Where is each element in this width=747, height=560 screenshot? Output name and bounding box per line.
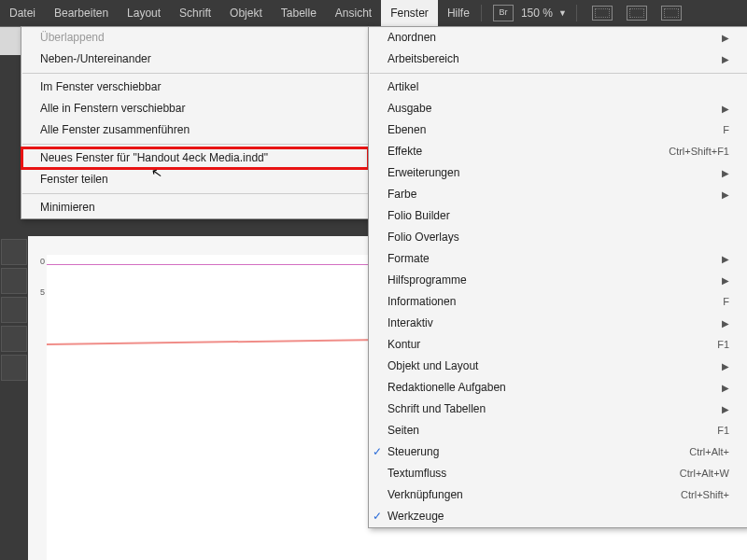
mi-artikel[interactable]: Artikel — [369, 77, 747, 98]
tool-selection[interactable] — [1, 239, 27, 265]
window-menu: Anordnen▶ Arbeitsbereich▶ Artikel Ausgab… — [368, 26, 747, 528]
menu-fenster[interactable]: Fenster — [381, 0, 438, 26]
tool-panel — [0, 236, 28, 560]
mi-erweiterungen[interactable]: Erweiterungen▶ — [369, 162, 747, 184]
menu-tabelle[interactable]: Tabelle — [272, 0, 326, 26]
mi-folio-overlays[interactable]: Folio Overlays — [369, 227, 747, 248]
mi-redaktionell[interactable]: Redaktionelle Aufgaben▶ — [369, 377, 747, 399]
view-mode-icons — [592, 6, 682, 21]
mi-float-window[interactable]: Im Fenster verschiebbar — [21, 77, 369, 98]
mi-ebenen[interactable]: EbenenF — [369, 119, 747, 141]
mi-split-window[interactable]: Fenster teilen — [21, 169, 369, 190]
screen-mode-icon[interactable] — [592, 6, 613, 21]
mi-float-all[interactable]: Alle in Fenstern verschiebbar — [21, 98, 369, 119]
chevron-right-icon: ▶ — [722, 162, 729, 184]
chevron-down-icon: ▼ — [558, 8, 567, 18]
mi-objekt-layout[interactable]: Objekt und Layout▶ — [369, 356, 747, 377]
mi-kontur[interactable]: KonturF1 — [369, 334, 747, 356]
mi-effekte[interactable]: EffekteCtrl+Shift+F1 — [369, 141, 747, 162]
mi-schrift-tabellen[interactable]: Schrift und Tabellen▶ — [369, 399, 747, 420]
menu-schrift[interactable]: Schrift — [170, 0, 220, 26]
chevron-right-icon: ▶ — [722, 184, 729, 205]
mi-overlap[interactable]: Überlappend — [21, 27, 369, 49]
menu-ansicht[interactable]: Ansicht — [326, 0, 381, 26]
menubar: Datei Bearbeiten Layout Schrift Objekt T… — [0, 0, 747, 26]
ruler-vertical: 0 5 — [28, 236, 48, 560]
ruler-tick: 0 — [28, 257, 47, 266]
mi-hilfsprogramme[interactable]: Hilfsprogramme▶ — [369, 270, 747, 291]
bridge-icon[interactable]: Br — [493, 5, 514, 21]
tool-direct-select[interactable] — [1, 268, 27, 294]
mi-informationen[interactable]: InformationenF — [369, 291, 747, 313]
zoom-value: 150 % — [521, 7, 553, 20]
window-submenu: Überlappend Neben-/Untereinander Im Fens… — [21, 26, 370, 219]
chevron-right-icon: ▶ — [722, 49, 729, 70]
menu-hilfe[interactable]: Hilfe — [438, 0, 479, 26]
cursor-icon: ↖ — [150, 164, 164, 181]
mi-minimize[interactable]: Minimieren — [21, 197, 369, 218]
menu-objekt[interactable]: Objekt — [220, 0, 272, 26]
mi-seiten[interactable]: SeitenF1 — [369, 420, 747, 441]
mi-ausgabe[interactable]: Ausgabe▶ — [369, 98, 747, 119]
menu-layout[interactable]: Layout — [118, 0, 170, 26]
arrange-docs-icon[interactable] — [627, 6, 647, 21]
tool-page[interactable] — [1, 297, 27, 323]
chevron-right-icon: ▶ — [722, 377, 729, 399]
zoom-dropdown[interactable]: 150 % ▼ — [521, 7, 567, 20]
mi-steuerung[interactable]: ✓SteuerungCtrl+Alt+ — [369, 441, 747, 463]
mi-verknuepfungen[interactable]: VerknüpfungenCtrl+Shift+ — [369, 484, 747, 506]
mi-interaktiv[interactable]: Interaktiv▶ — [369, 313, 747, 334]
mi-anordnen[interactable]: Anordnen▶ — [369, 27, 747, 49]
chevron-right-icon: ▶ — [722, 356, 729, 377]
check-icon: ✓ — [373, 506, 382, 527]
chevron-right-icon: ▶ — [722, 98, 729, 119]
mi-farbe[interactable]: Farbe▶ — [369, 184, 747, 205]
menu-datei[interactable]: Datei — [0, 0, 45, 26]
mi-tile[interactable]: Neben-/Untereinander — [21, 49, 369, 70]
mi-werkzeuge[interactable]: ✓Werkzeuge — [369, 506, 747, 527]
chevron-right-icon: ▶ — [722, 270, 729, 291]
ruler-tick: 5 — [28, 287, 47, 297]
chevron-right-icon: ▶ — [722, 399, 729, 420]
mi-consolidate[interactable]: Alle Fenster zusammenführen — [21, 119, 369, 141]
tool-type[interactable] — [1, 355, 27, 381]
check-icon: ✓ — [373, 441, 382, 463]
mi-formate[interactable]: Formate▶ — [369, 248, 747, 270]
chevron-right-icon: ▶ — [722, 313, 729, 334]
mi-arbeitsbereich[interactable]: Arbeitsbereich▶ — [369, 49, 747, 70]
mi-textumfluss[interactable]: TextumflussCtrl+Alt+W — [369, 463, 747, 484]
tool-gap[interactable] — [1, 326, 27, 352]
mi-new-window[interactable]: Neues Fenster für "Handout 4eck Media.in… — [21, 147, 369, 169]
layout-icon[interactable] — [661, 6, 682, 21]
mi-folio-builder[interactable]: Folio Builder — [369, 205, 747, 227]
menubar-sep — [481, 5, 482, 21]
menu-bearbeiten[interactable]: Bearbeiten — [45, 0, 118, 26]
chevron-right-icon: ▶ — [722, 27, 729, 49]
menubar-sep — [576, 5, 577, 21]
chevron-right-icon: ▶ — [722, 248, 729, 270]
